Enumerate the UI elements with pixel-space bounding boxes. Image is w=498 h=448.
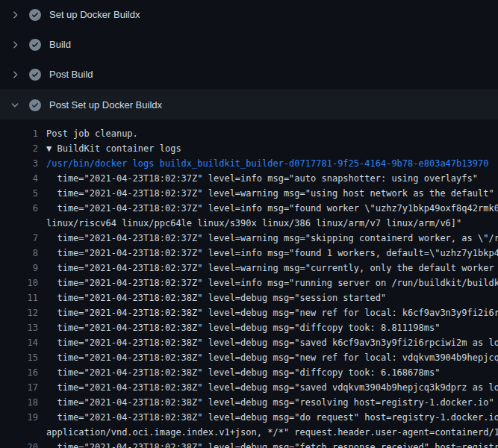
log-line-number[interactable]: 19: [0, 410, 46, 425]
log-line: 12 time="2021-04-23T18:02:38Z" level=deb…: [0, 305, 498, 320]
log-line: 18 time="2021-04-23T18:02:38Z" level=deb…: [0, 395, 498, 410]
log-line: 13 time="2021-04-23T18:02:38Z" level=deb…: [0, 320, 498, 335]
log-lines: 1Post job cleanup.2▼ BuildKit container …: [0, 126, 498, 448]
log-line-text: time="2021-04-23T18:02:38Z" level=debug …: [46, 440, 498, 448]
log-line-text: time="2021-04-23T18:02:37Z" level=warnin…: [46, 186, 498, 201]
log-line-text: time="2021-04-23T18:02:38Z" level=debug …: [46, 320, 498, 335]
log-line-text: time="2021-04-23T18:02:38Z" level=debug …: [46, 395, 498, 410]
log-line-text: time="2021-04-23T18:02:38Z" level=debug …: [46, 365, 498, 380]
log-line: 19 time="2021-04-23T18:02:38Z" level=deb…: [0, 410, 498, 425]
log-line-text: Post job cleanup.: [46, 126, 498, 141]
log-line: 14 time="2021-04-23T18:02:38Z" level=deb…: [0, 335, 498, 350]
log-line: 4 time="2021-04-23T18:02:37Z" level=info…: [0, 171, 498, 186]
step-label: Build: [49, 39, 71, 51]
log-line-number[interactable]: 1: [0, 126, 46, 141]
log-line-number[interactable]: 10: [0, 276, 46, 290]
log-line-text: time="2021-04-23T18:02:37Z" level=warnin…: [46, 231, 498, 246]
log-line-text: time="2021-04-23T18:02:38Z" level=debug …: [46, 380, 498, 395]
log-line-text: time="2021-04-23T18:02:37Z" level=info m…: [46, 201, 498, 216]
log-line-number: [0, 425, 46, 440]
log-line: linux/riscv64 linux/ppc64le linux/s390x …: [0, 216, 498, 231]
log-line-text: time="2021-04-23T18:02:38Z" level=debug …: [46, 305, 498, 320]
log-line: 3/usr/bin/docker logs buildx_buildkit_bu…: [0, 156, 498, 171]
log-line-number[interactable]: 5: [0, 186, 46, 201]
log-line-number[interactable]: 13: [0, 320, 46, 335]
log-line-number[interactable]: 15: [0, 350, 46, 365]
log-group-label: BuildKit container logs: [57, 143, 181, 154]
step-row-set-up-docker-buildx[interactable]: Set up Docker Buildx: [0, 0, 498, 30]
log-line: 8 time="2021-04-23T18:02:37Z" level=info…: [0, 246, 498, 261]
log-line-text: /usr/bin/docker logs buildx_buildkit_bui…: [46, 156, 498, 171]
log-line-number[interactable]: 12: [0, 305, 46, 320]
log-line-number[interactable]: 7: [0, 231, 46, 246]
check-circle-icon: [29, 9, 41, 21]
log-line: 11 time="2021-04-23T18:02:38Z" level=deb…: [0, 290, 498, 305]
log-line: application/vnd.oci.image.index.v1+json,…: [0, 425, 498, 440]
log-line-text: time="2021-04-23T18:02:37Z" level=info m…: [46, 276, 498, 290]
log-line: 16 time="2021-04-23T18:02:38Z" level=deb…: [0, 365, 498, 380]
check-circle-icon: [29, 69, 41, 81]
log-line-number: [0, 216, 46, 231]
log-line-text: time="2021-04-23T18:02:38Z" level=debug …: [46, 410, 498, 425]
log-line-text: time="2021-04-23T18:02:37Z" level=info m…: [46, 171, 498, 186]
step-label: Post Set up Docker Buildx: [49, 99, 162, 111]
log-line-text: time="2021-04-23T18:02:38Z" level=debug …: [46, 335, 498, 350]
step-row-post-set-up-docker-buildx[interactable]: Post Set up Docker Buildx: [0, 90, 498, 119]
log-line-text: time="2021-04-23T18:02:38Z" level=debug …: [46, 290, 498, 305]
log-line: 2▼ BuildKit container logs: [0, 141, 498, 156]
log-line: 1Post job cleanup.: [0, 126, 498, 141]
log-line: 17 time="2021-04-23T18:02:38Z" level=deb…: [0, 380, 498, 395]
log-line: 9 time="2021-04-23T18:02:37Z" level=warn…: [0, 261, 498, 276]
log-line: 5 time="2021-04-23T18:02:37Z" level=warn…: [0, 186, 498, 201]
log-line: 20 time="2021-04-23T18:02:38Z" level=deb…: [0, 440, 498, 448]
log-line-number[interactable]: 14: [0, 335, 46, 350]
check-circle-icon: [29, 99, 41, 111]
chevron-right-icon: [9, 9, 21, 21]
log-line-number[interactable]: 3: [0, 156, 46, 171]
step-label: Set up Docker Buildx: [49, 9, 140, 21]
log-line-text: time="2021-04-23T18:02:37Z" level=warnin…: [46, 261, 498, 276]
log-line: 15 time="2021-04-23T18:02:38Z" level=deb…: [0, 350, 498, 365]
log-line-number[interactable]: 17: [0, 380, 46, 395]
log-line-text: application/vnd.oci.image.index.v1+json,…: [46, 425, 498, 440]
log-line-number[interactable]: 6: [0, 201, 46, 216]
step-row-build[interactable]: Build: [0, 30, 498, 60]
log-viewer: 1Post job cleanup.2▼ BuildKit container …: [0, 119, 498, 448]
chevron-down-icon: [9, 99, 21, 111]
step-label: Post Build: [49, 69, 93, 81]
log-line-number[interactable]: 4: [0, 171, 46, 186]
log-line-number[interactable]: 20: [0, 440, 46, 448]
log-line-number[interactable]: 18: [0, 395, 46, 410]
log-line-number[interactable]: 8: [0, 246, 46, 261]
check-circle-icon: [29, 39, 41, 51]
log-line-number[interactable]: 9: [0, 261, 46, 276]
log-line: 6 time="2021-04-23T18:02:37Z" level=info…: [0, 201, 498, 216]
log-line-text: time="2021-04-23T18:02:37Z" level=info m…: [46, 246, 498, 261]
log-line-text: ▼ BuildKit container logs: [46, 141, 498, 156]
chevron-right-icon: [9, 69, 21, 81]
log-line-number[interactable]: 2: [0, 141, 46, 156]
step-row-post-build[interactable]: Post Build: [0, 60, 498, 90]
log-line: 10 time="2021-04-23T18:02:37Z" level=inf…: [0, 276, 498, 290]
log-line: 7 time="2021-04-23T18:02:37Z" level=warn…: [0, 231, 498, 246]
log-line-number[interactable]: 16: [0, 365, 46, 380]
chevron-right-icon: [9, 39, 21, 51]
log-line-text: linux/riscv64 linux/ppc64le linux/s390x …: [46, 216, 498, 231]
steps-list: Set up Docker Buildx Build Post Build Po…: [0, 0, 498, 119]
log-line-number[interactable]: 11: [0, 290, 46, 305]
log-group-triangle-icon[interactable]: ▼: [46, 143, 57, 154]
log-line-text: time="2021-04-23T18:02:38Z" level=debug …: [46, 350, 498, 365]
